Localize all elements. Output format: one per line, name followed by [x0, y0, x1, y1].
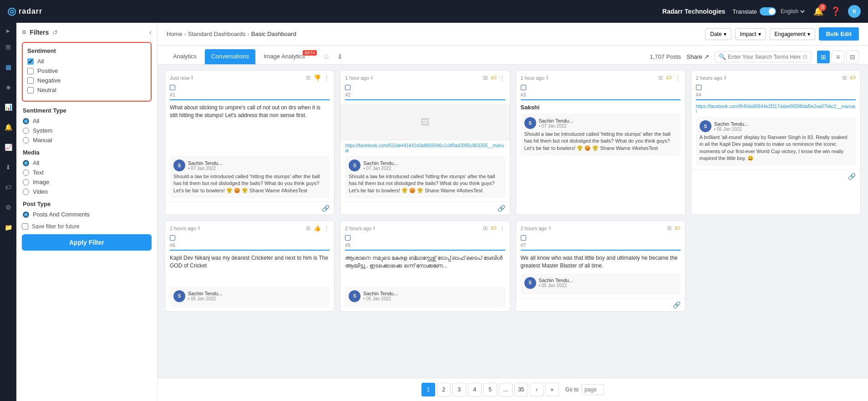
post-2-tag-icon[interactable]: 🏷: [491, 74, 497, 81]
page-2-button[interactable]: 2: [437, 383, 451, 396]
stype-all[interactable]: All: [23, 118, 151, 124]
engagement-filter-button[interactable]: Engagement ▾: [770, 28, 815, 40]
sentiment-negative[interactable]: Negative: [27, 77, 146, 84]
breadcrumb-home[interactable]: Home: [167, 31, 183, 37]
post-4-info-icon[interactable]: ℹ: [724, 75, 726, 81]
list-view-button[interactable]: ≡: [832, 51, 844, 63]
post-4-stats-icon[interactable]: ⊞: [842, 74, 847, 81]
home-icon[interactable]: ⊞: [2, 41, 15, 53]
page-1-button[interactable]: 1: [421, 383, 435, 396]
post-7-tag-icon[interactable]: 🏷: [675, 225, 680, 231]
translate-switch[interactable]: [760, 7, 776, 15]
tab-image-analytics[interactable]: Image Analytics BETA: [257, 49, 318, 64]
sentiment-all[interactable]: All: [27, 58, 146, 65]
post-type-all-radio[interactable]: [23, 211, 29, 218]
post-3-tag-icon[interactable]: 🏷: [666, 74, 672, 81]
media-all[interactable]: All: [23, 159, 151, 166]
filter-menu-icon[interactable]: ≡: [22, 28, 26, 36]
apply-filter-button[interactable]: Apply Filter: [22, 234, 152, 251]
page-35-button[interactable]: 35: [514, 383, 528, 396]
translate-toggle[interactable]: Translate English: [732, 7, 806, 15]
post-1-checkbox[interactable]: [170, 85, 175, 90]
stype-manual-radio[interactable]: [23, 137, 29, 144]
sentiment-positive-checkbox[interactable]: [27, 68, 34, 74]
post-1-stats-icon[interactable]: ⊞: [306, 74, 311, 81]
post-3-checkbox[interactable]: [521, 85, 526, 90]
media-video-radio[interactable]: [23, 189, 29, 195]
post-7-link-icon[interactable]: 🔗: [673, 301, 680, 308]
breadcrumb-standard[interactable]: Standard Dashboards: [188, 31, 245, 37]
post-4-tag-icon[interactable]: 🏷: [850, 74, 856, 81]
refresh-icon[interactable]: ↺: [52, 29, 58, 36]
language-select[interactable]: English: [779, 8, 806, 15]
media-image-radio[interactable]: [23, 179, 29, 185]
post-1-more-icon[interactable]: ⋮: [324, 74, 330, 81]
post-6-like-icon[interactable]: 👍: [314, 225, 321, 231]
chart-icon[interactable]: ◈: [2, 81, 15, 93]
post-7-checkbox[interactable]: [521, 235, 526, 241]
settings-icon[interactable]: ⚙: [2, 201, 15, 214]
download-icon[interactable]: ⬇: [335, 52, 345, 61]
bookmark-icon[interactable]: ☆: [320, 52, 333, 61]
post-2-link-icon[interactable]: 🔗: [497, 205, 505, 212]
share-button[interactable]: Share ↗: [686, 53, 709, 60]
post-5-tag-icon[interactable]: 🏷: [491, 225, 497, 231]
sentiment-all-checkbox[interactable]: [27, 58, 34, 65]
stype-manual[interactable]: Manual: [23, 137, 151, 144]
post-5-info-icon[interactable]: ℹ: [373, 225, 375, 231]
alert-icon[interactable]: 🔔: [2, 121, 15, 134]
notifications-button[interactable]: 🔔 8: [813, 6, 823, 16]
page-4-button[interactable]: 4: [468, 383, 482, 396]
post-2-checkbox[interactable]: [345, 85, 350, 90]
dashboard-icon[interactable]: ▦: [2, 61, 15, 73]
media-text[interactable]: Text: [23, 169, 151, 176]
bulk-edit-button[interactable]: Bulk Edit: [819, 27, 859, 41]
search-box[interactable]: 🔍 ⊟: [715, 51, 812, 62]
save-filter-row[interactable]: Save filter for future: [22, 223, 152, 230]
help-icon[interactable]: ❓: [831, 6, 841, 16]
post-3-stats-icon[interactable]: ⊞: [658, 74, 663, 81]
analytics-icon[interactable]: 📊: [2, 101, 15, 113]
sentiment-neutral-checkbox[interactable]: [27, 87, 34, 93]
post-3-info-icon[interactable]: ℹ: [546, 75, 548, 81]
expand-icon[interactable]: ▶: [6, 28, 10, 33]
post-1-link-icon[interactable]: 🔗: [322, 205, 330, 212]
post-6-info-icon[interactable]: ℹ: [198, 225, 200, 231]
impact-filter-button[interactable]: Impact ▾: [735, 28, 766, 40]
sentiment-neutral[interactable]: Neutral: [27, 87, 146, 93]
post-2-more-icon[interactable]: ⋮: [499, 74, 505, 81]
media-text-radio[interactable]: [23, 170, 29, 176]
media-image[interactable]: Image: [23, 179, 151, 185]
page-next-button[interactable]: ›: [530, 383, 543, 396]
post-7-stats-icon[interactable]: ⊞: [667, 225, 672, 231]
avatar[interactable]: R: [848, 5, 861, 18]
date-filter-button[interactable]: Date ▾: [705, 28, 731, 40]
post-4-checkbox[interactable]: [696, 85, 701, 90]
sentiment-positive[interactable]: Positive: [27, 67, 146, 74]
post-type-all[interactable]: Posts And Comments: [23, 211, 151, 218]
sentiment-negative-checkbox[interactable]: [27, 77, 34, 84]
stype-all-radio[interactable]: [23, 118, 29, 124]
post-3-more-icon[interactable]: ⋮: [675, 74, 680, 81]
media-all-radio[interactable]: [23, 160, 29, 166]
page-5-button[interactable]: 5: [483, 383, 497, 396]
post-1-dislike-icon[interactable]: 👎: [314, 74, 321, 81]
search-input[interactable]: [728, 54, 801, 60]
grid-view-button[interactable]: ⊞: [817, 51, 830, 63]
post-1-info-icon[interactable]: ℹ: [191, 75, 193, 81]
compact-view-button[interactable]: ⊟: [846, 51, 859, 63]
page-3-button[interactable]: 3: [452, 383, 466, 396]
post-4-link-icon[interactable]: 🔗: [848, 173, 856, 180]
goto-input[interactable]: [581, 384, 604, 395]
tag-icon[interactable]: 🏷: [2, 181, 15, 194]
download-icon[interactable]: ⬇: [2, 161, 15, 174]
post-7-info-icon[interactable]: ℹ: [549, 225, 551, 231]
media-video[interactable]: Video: [23, 188, 151, 195]
page-last-button[interactable]: »: [545, 383, 559, 396]
stype-system[interactable]: System: [23, 127, 151, 134]
post-6-checkbox[interactable]: [170, 235, 175, 241]
save-filter-checkbox[interactable]: [22, 223, 28, 230]
tab-conversations[interactable]: Conversations: [205, 49, 255, 64]
folder-icon[interactable]: 📁: [2, 221, 15, 234]
tab-analytics[interactable]: Analytics: [167, 49, 203, 64]
